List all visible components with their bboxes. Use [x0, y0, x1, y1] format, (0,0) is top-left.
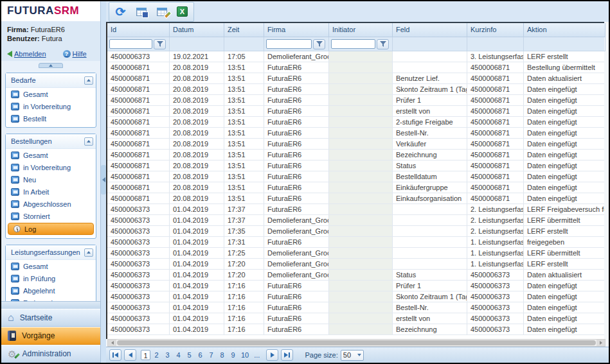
horizontal-scrollbar[interactable]	[107, 339, 606, 347]
refresh-button[interactable]	[111, 4, 130, 20]
scrollbar-thumb[interactable]	[117, 340, 596, 345]
first-page-button[interactable]	[109, 349, 121, 361]
table-row[interactable]: 450000637301.04.201917:16FuturaER6Bezeic…	[107, 324, 604, 335]
sidebar-item-in-vorbereitung[interactable]: in Vorbereitung	[6, 161, 96, 173]
table-row[interactable]: 450000687120.08.201913:51FuturaER6Bezeic…	[107, 150, 604, 160]
sidebar-item-bestellt[interactable]: Bestellt	[6, 112, 96, 125]
table-row[interactable]: 450000687120.08.201913:51FuturaER6Verkäu…	[107, 139, 604, 150]
sidebar-item-gesamt[interactable]: Gesamt	[6, 88, 96, 100]
sidebar-item-abgeschlossen[interactable]: Abgeschlossen	[6, 198, 96, 210]
page-number-6[interactable]: 6	[195, 350, 205, 360]
sidebar-item-freigegeben[interactable]: Freigegeben	[6, 297, 96, 301]
cell-initiator	[329, 160, 393, 171]
last-page-button[interactable]	[281, 349, 293, 361]
excel-export-button[interactable]	[173, 4, 192, 20]
sidebar-item-log[interactable]: Log	[8, 223, 94, 235]
table-row[interactable]: 450000637301.04.201917:25Demolieferant_G…	[107, 248, 604, 259]
filter-input-id[interactable]	[109, 39, 152, 49]
table-row[interactable]: 450000687120.08.201913:51FuturaER6Status…	[107, 160, 604, 171]
page-number-5[interactable]: 5	[184, 350, 194, 360]
group-collapse-button[interactable]	[84, 76, 93, 85]
filter-input-firma[interactable]	[266, 39, 312, 49]
column-header-zeit[interactable]: Zeit	[224, 23, 264, 37]
sidebar-item-gesamt[interactable]: Gesamt	[6, 260, 96, 272]
table-row[interactable]: 450000637301.04.201917:37FuturaER62. Lei…	[107, 204, 604, 215]
sidebar-item-abgelehnt[interactable]: Abgelehnt	[6, 284, 96, 297]
logout-link[interactable]: Abmelden	[7, 50, 46, 58]
table-row[interactable]: 450000637301.04.201917:35Demolieferant_G…	[107, 226, 604, 237]
table-row[interactable]: 450000687120.08.201913:51FuturaER6Prüfer…	[107, 95, 604, 106]
page-number-10[interactable]: 10	[239, 350, 251, 360]
filter-button-id[interactable]	[154, 39, 166, 49]
sidebar-item-in-vorbereitung[interactable]: in Vorbereitung	[6, 100, 96, 112]
page-number-8[interactable]: 8	[217, 350, 227, 360]
sidebar-item-gesamt[interactable]: Gesamt	[6, 149, 96, 161]
group-title: Bedarfe	[11, 76, 36, 84]
sidebar-item-in-pr-fung[interactable]: in Prüfung	[6, 272, 96, 284]
cell-feld: erstellt von	[393, 106, 467, 116]
column-header-kurzinfo[interactable]: Kurzinfo	[467, 23, 524, 37]
sidebar-collapse-tab[interactable]	[39, 63, 63, 68]
scroll-right-button[interactable]	[597, 340, 605, 346]
page-number-2[interactable]: 2	[152, 350, 161, 360]
page-number-1[interactable]: 1	[141, 350, 150, 360]
table-row[interactable]: 450000637301.04.201917:37Demolieferant_G…	[107, 215, 604, 226]
table-row[interactable]: 450000637301.04.201917:16FuturaER6Prüfer…	[107, 281, 604, 291]
table-row[interactable]: 450000637301.04.201917:16FuturaER6erstel…	[107, 313, 604, 324]
sidebar-collapse-handle[interactable]	[101, 165, 106, 195]
table-row[interactable]: 450000687120.08.201913:51FuturaER62-stuf…	[107, 117, 604, 128]
table-row[interactable]: 450000637301.04.201917:31FuturaER61. Lei…	[107, 237, 604, 248]
group-collapse-button[interactable]	[84, 137, 93, 146]
page-number-4[interactable]: 4	[174, 350, 183, 360]
cell-aktion: LERF Freigabeversuch fehlgeschl	[524, 204, 604, 214]
filter-input-initiator[interactable]	[331, 39, 375, 49]
table-row[interactable]: 450000687120.08.201913:51FuturaER6Einkäu…	[107, 182, 604, 193]
table-row[interactable]: 450000637301.04.201917:20Demolieferant_G…	[107, 270, 604, 281]
previous-page-button[interactable]	[124, 349, 136, 361]
cell-initiator	[329, 171, 393, 182]
nav-separator[interactable]	[1, 301, 100, 309]
sidebar-item-neu[interactable]: Neu	[6, 173, 96, 186]
page-number-3[interactable]: 3	[163, 350, 172, 360]
sidebar-item-storniert[interactable]: Storniert	[6, 210, 96, 222]
edit-grid-button[interactable]	[152, 4, 171, 20]
next-page-button[interactable]	[266, 349, 278, 361]
cell-firma: Demolieferant_Grochowsk	[264, 259, 329, 269]
cell-kurzinfo: 4500006871	[467, 139, 524, 149]
column-header-aktion[interactable]: Aktion	[524, 23, 606, 37]
table-row[interactable]: 450000687120.08.201913:51FuturaER6Bestel…	[107, 128, 604, 139]
table-row[interactable]: 450000687120.08.201913:51FuturaER6Skonto…	[107, 84, 604, 95]
table-row[interactable]: 450000687120.08.201913:51FuturaER6erstel…	[107, 106, 604, 117]
sidebar-splitter[interactable]	[101, 1, 106, 363]
table-row[interactable]: 450000687120.08.201913:51FuturaER6Benutz…	[107, 73, 604, 84]
column-header-initiator[interactable]: Initiator	[329, 23, 393, 37]
table-row[interactable]: 450000637301.04.201917:20Demolieferant_G…	[107, 259, 604, 270]
sidebar-item-in-arbeit[interactable]: In Arbeit	[6, 186, 96, 198]
page-number-9[interactable]: 9	[228, 350, 238, 360]
table-row[interactable]: 450000637319.02.202117:05Demolieferant_G…	[107, 51, 604, 62]
nav-item-startseite[interactable]: Startseite	[1, 309, 100, 327]
table-row[interactable]: 450000637301.04.201917:16FuturaER6Skonto…	[107, 291, 604, 302]
scroll-left-button[interactable]	[108, 340, 116, 346]
table-row[interactable]: 450000637301.04.201917:16FuturaER6Bestel…	[107, 302, 604, 313]
help-link[interactable]: Hilfe	[63, 50, 87, 58]
column-header-firma[interactable]: Firma	[264, 23, 329, 37]
nav-item-administration[interactable]: Administration	[1, 345, 100, 363]
cell-initiator	[329, 106, 393, 116]
cell-zeit: 13:51	[224, 160, 264, 171]
column-header-feld[interactable]: Feld	[393, 23, 467, 37]
filter-cell-feld	[393, 37, 467, 51]
table-row[interactable]: 450000687120.08.201913:51FuturaER6450000…	[107, 62, 604, 73]
table-row[interactable]: 450000687120.08.201913:51FuturaER6Bestel…	[107, 171, 604, 182]
cell-aktion: Daten eingefügt	[524, 84, 604, 94]
column-header-id[interactable]: Id	[107, 23, 170, 37]
save-grid-layout-button[interactable]	[132, 4, 150, 20]
table-row[interactable]: 450000687120.08.201913:51FuturaER6Einkau…	[107, 193, 604, 204]
filter-button-initiator[interactable]	[377, 39, 389, 49]
column-header-datum[interactable]: Datum	[170, 23, 224, 37]
group-collapse-button[interactable]	[84, 248, 93, 257]
filter-button-firma[interactable]	[313, 39, 325, 49]
nav-item-vorg-nge[interactable]: Vorgänge	[1, 327, 100, 345]
page-number-7[interactable]: 7	[206, 350, 216, 360]
page-size-select[interactable]: 50	[341, 350, 364, 361]
